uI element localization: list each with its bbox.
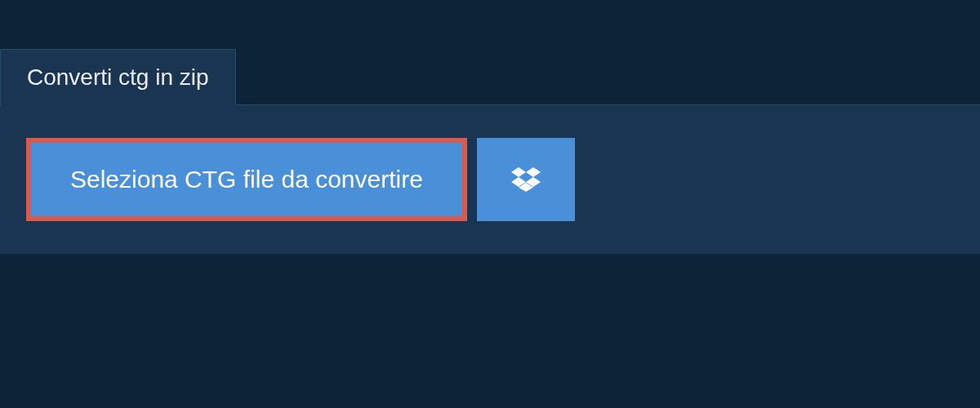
select-file-highlight: Seleziona CTG file da convertire (26, 138, 467, 221)
select-file-label: Seleziona CTG file da convertire (70, 166, 423, 193)
tab-label: Converti ctg in zip (27, 64, 209, 90)
tab-convert[interactable]: Converti ctg in zip (0, 49, 236, 105)
tab-container: Converti ctg in zip Seleziona CTG file d… (0, 0, 980, 254)
dropbox-button[interactable] (477, 138, 575, 221)
content-panel: Seleziona CTG file da convertire (0, 104, 980, 254)
select-file-button[interactable]: Seleziona CTG file da convertire (31, 143, 462, 216)
dropbox-icon (511, 165, 541, 194)
button-row: Seleziona CTG file da convertire (26, 138, 954, 221)
